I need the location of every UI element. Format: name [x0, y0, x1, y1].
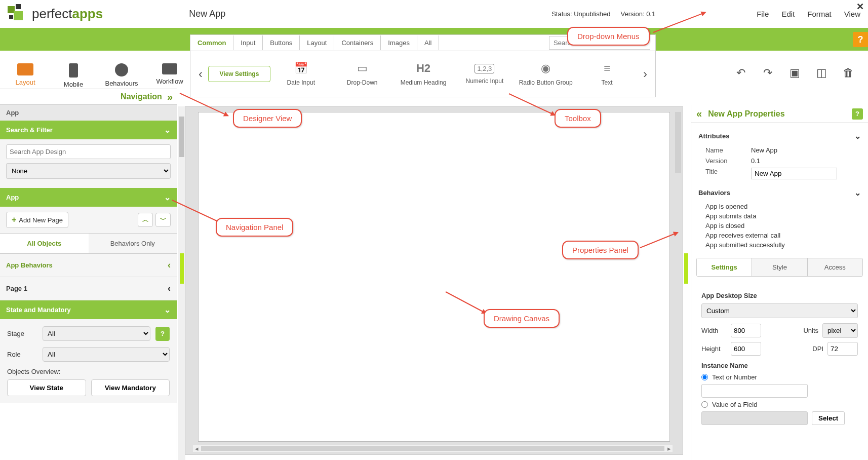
row-app-behaviors[interactable]: App Behaviors ‹ — [0, 254, 177, 277]
view-mandatory-button[interactable]: View Mandatory — [91, 379, 170, 396]
tab-layout[interactable]: Layout — [300, 35, 334, 50]
nav-collapse-icon[interactable]: » — [167, 91, 173, 103]
behavior-item[interactable]: App submitted successfully — [705, 240, 861, 250]
tab-settings[interactable]: Settings — [697, 258, 752, 276]
scroll-left-icon[interactable]: ◂ — [193, 445, 200, 452]
tool-text[interactable]: ≡ Text — [576, 58, 638, 90]
toolbox-scroll-left[interactable]: ‹ — [193, 67, 208, 81]
stage-label: Stage — [7, 330, 37, 337]
tool-view-settings-label: View Settings — [220, 70, 259, 78]
tab-all[interactable]: All — [417, 35, 439, 50]
tab-containers[interactable]: Containers — [334, 35, 381, 50]
title-input[interactable] — [751, 168, 837, 179]
dpi-label: DPI — [798, 345, 823, 353]
section-app-green[interactable]: App ⌄ — [0, 188, 177, 207]
help-icon[interactable]: ? — [155, 327, 170, 341]
tab-images[interactable]: Images — [381, 35, 417, 50]
drawing-canvas[interactable] — [198, 112, 670, 442]
canvas-vscroll[interactable] — [675, 112, 681, 173]
chevron-down-icon: ⌄ — [164, 305, 171, 315]
ungroup-icon[interactable]: ◫ — [814, 66, 828, 80]
behavior-item[interactable]: App submits data — [705, 211, 861, 221]
tool-text-label: Text — [602, 79, 613, 86]
scroll-right-icon[interactable]: ▸ — [665, 445, 673, 452]
tool-dropdown[interactable]: ▭ Drop-Down — [332, 58, 393, 90]
tab-behaviors-only[interactable]: Behaviors Only — [89, 234, 177, 253]
width-input[interactable] — [731, 324, 761, 337]
numeric-icon: 1,2,3 — [475, 64, 494, 73]
tab-input[interactable]: Input — [233, 35, 263, 50]
section-state-mandatory[interactable]: State and Mandatory ⌄ — [0, 300, 177, 319]
radio-field-value[interactable] — [701, 401, 708, 408]
resize-handle-left[interactable] — [180, 253, 184, 284]
move-up-button[interactable]: ︿ — [138, 213, 153, 227]
tool-heading[interactable]: H2 Medium Heading — [393, 58, 454, 90]
height-input[interactable] — [731, 342, 761, 356]
back-icon[interactable]: « — [696, 108, 702, 120]
tab-access[interactable]: Access — [808, 258, 862, 276]
tool-numeric[interactable]: 1,2,3 Numeric Input — [454, 60, 515, 89]
status-label: Status: — [551, 10, 572, 18]
tool-heading-label: Medium Heading — [401, 79, 447, 86]
canvas-hscroll[interactable]: ◂ ▸ — [193, 445, 673, 452]
tool-numeric-label: Numeric Input — [466, 78, 504, 85]
tool-date-input[interactable]: 📅 Date Input — [270, 58, 332, 90]
tab-buttons[interactable]: Buttons — [263, 35, 300, 50]
stage-select[interactable]: All — [43, 326, 150, 341]
chevron-down-icon: ⌄ — [854, 188, 861, 198]
menu-edit[interactable]: Edit — [781, 10, 795, 18]
tab-style[interactable]: Style — [752, 258, 807, 276]
calendar-icon: 📅 — [294, 62, 308, 75]
tab-all-objects[interactable]: All Objects — [0, 234, 89, 253]
role-select[interactable]: All — [43, 347, 170, 362]
tool-date-label: Date Input — [287, 79, 315, 86]
mode-behaviours[interactable]: Behaviours — [104, 63, 139, 88]
units-select[interactable]: pixel — [822, 323, 858, 338]
help-button[interactable]: ? — [853, 32, 868, 47]
row-page-1[interactable]: Page 1 ‹ — [0, 277, 177, 300]
filter-select[interactable]: None — [6, 163, 171, 179]
help-icon[interactable]: ? — [852, 108, 863, 120]
behaviors-header[interactable]: Behaviors ⌄ — [698, 188, 861, 198]
size-mode-select[interactable]: Custom — [701, 303, 858, 318]
radio-text-number[interactable] — [701, 374, 708, 380]
search-app-input[interactable] — [6, 144, 171, 159]
tool-radio[interactable]: ◉ Radio Button Group — [515, 58, 576, 90]
state-mandatory-label: State and Mandatory — [6, 306, 71, 314]
dpi-input[interactable] — [827, 342, 858, 356]
select-button[interactable]: Select — [812, 411, 845, 425]
behavior-item[interactable]: App receives external call — [705, 231, 861, 240]
section-search-filter[interactable]: Search & Filter ⌄ — [0, 121, 177, 139]
instance-text-input[interactable] — [701, 384, 808, 398]
text-icon: ≡ — [604, 62, 610, 75]
mode-mobile[interactable]: Mobile — [56, 63, 91, 88]
mode-layout[interactable]: Layout — [8, 63, 43, 88]
tool-view-settings[interactable]: View Settings — [208, 66, 270, 82]
menu-format[interactable]: Format — [807, 10, 832, 18]
behavior-item[interactable]: App is opened — [705, 202, 861, 211]
behavior-item[interactable]: App is closed — [705, 221, 861, 231]
tab-common[interactable]: Common — [190, 35, 233, 50]
add-page-button[interactable]: + Add New Page — [6, 212, 68, 228]
close-icon[interactable]: ✕ — [856, 1, 864, 12]
instance-field-input — [701, 411, 808, 425]
width-label: Width — [701, 327, 727, 334]
undo-icon[interactable]: ↶ — [734, 66, 748, 80]
version-label: Version: — [621, 10, 645, 18]
attributes-header[interactable]: Attributes ⌄ — [698, 131, 861, 141]
canvas-area: ◂ ▸ — [185, 106, 683, 455]
redo-icon[interactable]: ↷ — [761, 66, 775, 80]
logo-text-1: perfect — [32, 6, 72, 21]
move-down-button[interactable]: ﹀ — [155, 213, 171, 227]
add-page-label: Add New Page — [19, 216, 63, 224]
toolbox-scroll-right[interactable]: › — [638, 67, 653, 81]
view-state-button[interactable]: View State — [7, 379, 86, 396]
resize-handle-right[interactable] — [684, 253, 688, 284]
menu-file[interactable]: File — [757, 10, 769, 18]
group-icon[interactable]: ▣ — [787, 66, 802, 80]
mode-mobile-label: Mobile — [64, 81, 83, 88]
mode-workflow[interactable]: Workflow — [152, 63, 187, 88]
trash-icon[interactable]: 🗑 — [841, 66, 855, 80]
title-label: Title — [705, 168, 751, 179]
top-header: perfectapps New App Status: Unpublished … — [0, 0, 868, 28]
